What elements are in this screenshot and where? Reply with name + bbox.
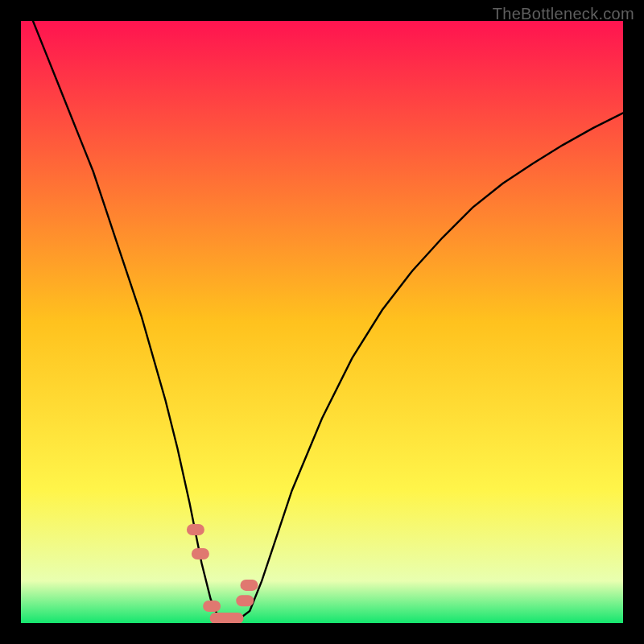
chart-background-gradient — [21, 21, 623, 623]
bottleneck-chart — [21, 21, 623, 623]
chart-svg — [21, 21, 623, 623]
chart-frame: TheBottleneck.com — [0, 0, 644, 644]
